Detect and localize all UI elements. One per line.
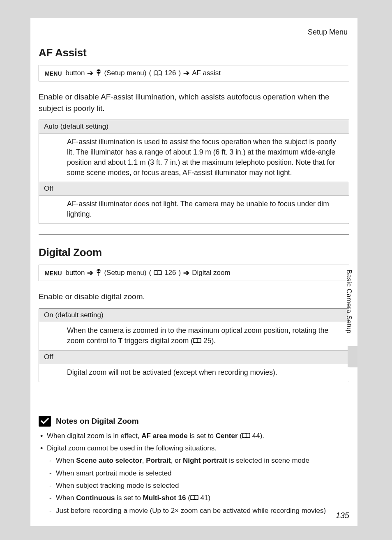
menu-button-label: MENU bbox=[45, 70, 62, 77]
option-body: Digital zoom will not be activated (exce… bbox=[39, 364, 349, 382]
breadcrumb-digital-zoom: MENU button ➔ (Setup menu) ( 126 ) ➔ Dig… bbox=[39, 265, 349, 281]
note-bold: Scene auto selector bbox=[76, 457, 142, 464]
note-text: When bbox=[56, 494, 76, 502]
note-text: ( bbox=[238, 432, 242, 440]
notes-list: When digital zoom is in effect, AF area … bbox=[39, 431, 349, 516]
breadcrumb-ref: 126 bbox=[164, 69, 176, 77]
note-subitem: When Continuous is set to Multi-shot 16 … bbox=[47, 493, 349, 503]
note-subitem: Just before recording a movie (Up to 2× … bbox=[47, 505, 349, 516]
book-icon bbox=[154, 270, 162, 276]
breadcrumb-text: (Setup menu) bbox=[104, 269, 146, 277]
breadcrumb-text: (Setup menu) bbox=[104, 69, 146, 77]
header-section-label: Setup Menu bbox=[39, 28, 349, 37]
option-text: triggers digital zoom ( bbox=[122, 337, 193, 345]
menu-button-label: MENU bbox=[45, 270, 62, 277]
option-label: Auto (default setting) bbox=[39, 120, 349, 134]
note-text: ( bbox=[186, 494, 190, 502]
note-bold: Multi-shot 16 bbox=[143, 494, 186, 502]
note-item: When digital zoom is in effect, AF area … bbox=[39, 431, 349, 441]
breadcrumb-text: ) bbox=[178, 69, 181, 77]
section-title-digital-zoom: Digital Zoom bbox=[39, 246, 349, 259]
telephoto-t-icon: T bbox=[118, 337, 122, 345]
page-ref: 44 bbox=[252, 432, 260, 440]
note-text: ) bbox=[208, 494, 210, 502]
option-label: Off bbox=[39, 350, 349, 364]
note-bold: Portrait bbox=[146, 457, 171, 464]
option-label: Off bbox=[39, 182, 349, 196]
breadcrumb-text: ( bbox=[149, 69, 151, 77]
note-text: When digital zoom is in effect, bbox=[47, 432, 141, 440]
arrow-right-icon: ➔ bbox=[183, 268, 189, 277]
note-bold: Center bbox=[216, 432, 238, 440]
check-note-icon bbox=[39, 416, 51, 427]
breadcrumb-text: button bbox=[65, 269, 85, 277]
section-intro: Enable or disable AF-assist illumination… bbox=[39, 91, 349, 114]
breadcrumb-text: ) bbox=[178, 269, 181, 277]
wrench-icon bbox=[96, 69, 101, 77]
book-icon bbox=[242, 433, 250, 438]
breadcrumb-tail: Digital zoom bbox=[192, 269, 231, 277]
note-subitem: When subject tracking mode is selected bbox=[47, 480, 349, 491]
option-body: AF-assist illuminator does not light. Th… bbox=[39, 196, 349, 224]
side-chapter-label: Basic Camera Setup bbox=[345, 270, 353, 334]
note-text: is set to bbox=[188, 432, 216, 440]
note-text: When bbox=[56, 457, 76, 464]
note-sublist: When Scene auto selector, Portrait, or N… bbox=[47, 455, 349, 516]
breadcrumb-tail: AF assist bbox=[192, 69, 221, 77]
note-subitem: When Scene auto selector, Portrait, or N… bbox=[47, 455, 349, 466]
wrench-icon bbox=[96, 269, 101, 277]
option-table-digital-zoom: On (default setting) When the camera is … bbox=[39, 308, 349, 382]
manual-page: Setup Menu AF Assist MENU button ➔ (Setu… bbox=[30, 18, 357, 526]
breadcrumb-ref: 126 bbox=[164, 269, 176, 277]
note-bold: AF area mode bbox=[141, 432, 187, 440]
note-text: , bbox=[142, 457, 146, 464]
arrow-right-icon: ➔ bbox=[87, 268, 93, 277]
note-bold: Continuous bbox=[76, 494, 115, 502]
book-icon bbox=[193, 338, 201, 344]
note-text: ). bbox=[260, 432, 264, 440]
note-text: , or bbox=[171, 457, 183, 464]
book-icon bbox=[154, 70, 162, 76]
page-ref: 41 bbox=[201, 494, 208, 502]
option-text: ). bbox=[211, 337, 216, 345]
page-number: 135 bbox=[336, 511, 349, 520]
breadcrumb-af-assist: MENU button ➔ (Setup menu) ( 126 ) ➔ AF … bbox=[39, 65, 349, 81]
arrow-right-icon: ➔ bbox=[183, 69, 189, 78]
notes-section: Notes on Digital Zoom When digital zoom … bbox=[39, 416, 349, 516]
breadcrumb-text: button bbox=[65, 69, 85, 77]
note-text: is selected in scene mode bbox=[227, 457, 309, 464]
notes-heading: Notes on Digital Zoom bbox=[39, 416, 349, 427]
note-text: is set to bbox=[115, 494, 143, 502]
arrow-right-icon: ➔ bbox=[87, 69, 93, 78]
section-divider bbox=[39, 234, 349, 235]
option-table-af-assist: Auto (default setting) AF-assist illumin… bbox=[39, 120, 349, 224]
note-text: Digital zoom cannot be used in the follo… bbox=[47, 444, 217, 452]
note-item: Digital zoom cannot be used in the follo… bbox=[39, 443, 349, 516]
section-intro: Enable or disable digital zoom. bbox=[39, 291, 349, 302]
book-icon bbox=[190, 495, 198, 501]
option-body: When the camera is zoomed in to the maxi… bbox=[39, 322, 349, 350]
breadcrumb-text: ( bbox=[149, 269, 151, 277]
page-ref: 25 bbox=[203, 337, 211, 345]
option-label: On (default setting) bbox=[39, 309, 349, 322]
note-subitem: When smart portrait mode is selected bbox=[47, 468, 349, 479]
option-body: AF-assist illumination is used to assist… bbox=[39, 134, 349, 182]
note-bold: Night portrait bbox=[183, 457, 227, 464]
notes-title: Notes on Digital Zoom bbox=[56, 417, 139, 426]
side-tab-marker bbox=[348, 346, 357, 367]
section-title-af-assist: AF Assist bbox=[39, 46, 349, 59]
